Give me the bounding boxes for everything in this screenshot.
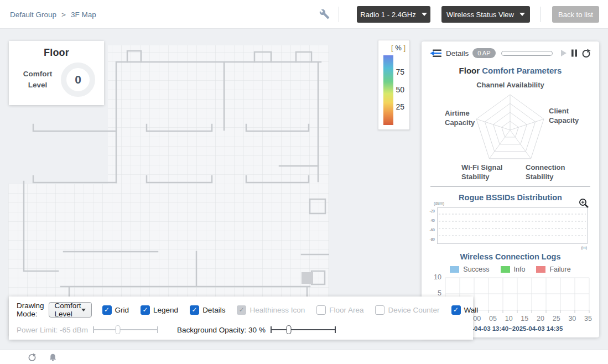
rogue-y-tick-label: -40 bbox=[430, 219, 435, 222]
radar-axis-airtime-capacity: Airtime Capacity bbox=[445, 109, 488, 128]
playback-progress-bar[interactable] bbox=[501, 51, 553, 56]
drawing-toolbar: Drawing Mode: Comfort Level Grid Legend bbox=[9, 297, 473, 340]
checkbox-label: Wall bbox=[464, 306, 479, 314]
details-label: Details bbox=[446, 49, 469, 58]
legend-label: Failure bbox=[549, 266, 570, 273]
legend-swatch bbox=[536, 266, 545, 273]
scale-tick-label: 75 bbox=[396, 67, 404, 76]
checkbox-label: Device Counter bbox=[388, 306, 439, 314]
checkbox-label: Floor Area bbox=[329, 306, 363, 314]
refresh-icon[interactable] bbox=[28, 353, 37, 362]
scale-tick-label: 25 bbox=[396, 102, 404, 111]
details-panel-header: Details 0 AP bbox=[422, 48, 599, 58]
topbar-divider bbox=[540, 7, 541, 22]
wrench-icon[interactable] bbox=[319, 9, 330, 22]
comfort-parameters-title: Floor Comfort Parameters bbox=[422, 66, 599, 75]
view-select[interactable]: Wireless Status View bbox=[441, 6, 530, 23]
dropdown-arrow-icon bbox=[519, 13, 525, 16]
breadcrumb-separator: > bbox=[61, 11, 66, 19]
radar-axis-connection-stability: Connection Stability bbox=[526, 163, 589, 182]
pause-icon[interactable] bbox=[571, 49, 578, 57]
checkbox-label: Grid bbox=[115, 306, 129, 314]
rogue-bssids-chart bbox=[437, 207, 588, 244]
background-opacity-label: Background Opacity: 30 % bbox=[177, 326, 266, 334]
topbar-divider bbox=[339, 7, 339, 22]
map-marker-cell[interactable] bbox=[302, 272, 313, 284]
back-to-list-button[interactable]: Back to list bbox=[552, 6, 599, 23]
replay-icon[interactable] bbox=[581, 49, 591, 58]
comfort-level-gauge: 0 bbox=[61, 63, 95, 97]
scale-tick-label: 50 bbox=[396, 85, 404, 94]
checkbox-icon bbox=[141, 305, 150, 315]
logs-x-tick-label: 35 bbox=[584, 315, 592, 323]
logs-legend: Success Info Failure bbox=[422, 266, 599, 273]
drawing-mode-label: Drawing Mode: bbox=[17, 301, 44, 318]
power-limit-thumb[interactable] bbox=[115, 325, 120, 334]
comfort-level-label: Comfort Level bbox=[18, 69, 58, 90]
bell-icon[interactable] bbox=[49, 353, 57, 362]
display-option-checkbox[interactable]: Wall bbox=[451, 305, 479, 315]
logs-y-tick-5: 5 bbox=[425, 289, 441, 297]
rogue-y-tick-label: -20 bbox=[430, 209, 435, 213]
display-option-checkbox[interactable]: Healthiness Icon bbox=[237, 305, 305, 315]
checkbox-icon bbox=[451, 305, 461, 315]
radio-select[interactable]: Radio 1 - 2.4GHz bbox=[357, 6, 430, 23]
logs-x-tick-label: 15 bbox=[521, 315, 528, 323]
collapse-arrow-icon[interactable] bbox=[430, 49, 442, 58]
logs-x-tick-label: 25 bbox=[553, 315, 560, 323]
checkbox-label: Healthiness Icon bbox=[250, 306, 305, 314]
color-gradient-bar bbox=[383, 55, 393, 125]
drawing-mode-value: Comfort Level bbox=[55, 301, 81, 318]
radar-axis-wifi-signal-stability: Wi-Fi Signal Stability bbox=[461, 163, 525, 182]
display-option-checkbox[interactable]: Details bbox=[190, 305, 225, 315]
play-icon[interactable] bbox=[560, 49, 567, 57]
opacity-thumb[interactable] bbox=[286, 325, 291, 334]
legend-label: Info bbox=[514, 266, 526, 273]
logs-x-tick-label: 00 bbox=[473, 315, 481, 323]
ap-count-badge: 0 AP bbox=[472, 48, 495, 58]
bottom-status-bar bbox=[0, 350, 608, 364]
rogue-bssids-title: Rogue BSSIDs Distribution bbox=[422, 193, 599, 202]
background-opacity-slider[interactable] bbox=[271, 324, 336, 335]
page: Default Group > 3F Map Radio 1 - 2.4GHz … bbox=[0, 0, 608, 364]
rogue-y-tick-label: -80 bbox=[430, 237, 435, 241]
floor-comfort-card: Floor Comfort Level 0 bbox=[9, 41, 104, 105]
power-limit-label: Power Limit: -65 dBm bbox=[17, 326, 88, 334]
power-limit-slider[interactable] bbox=[93, 324, 158, 335]
scale-unit-label: [ % ] bbox=[391, 44, 406, 52]
top-bar: Default Group > 3F Map Radio 1 - 2.4GHz … bbox=[0, 0, 608, 29]
rogue-y-ticks: -20-40-60-80 bbox=[426, 209, 435, 241]
legend-swatch bbox=[450, 266, 459, 273]
logs-x-tick-label: 30 bbox=[568, 315, 576, 323]
rogue-y-axis-unit: (dBm) bbox=[434, 201, 444, 205]
logs-x-tick-label: 20 bbox=[537, 315, 544, 323]
display-option-checkbox[interactable]: Device Counter bbox=[375, 305, 439, 315]
wireless-logs-title: Wireless Connection Logs bbox=[422, 252, 599, 261]
logs-x-tick-label: 10 bbox=[505, 315, 513, 323]
rogue-y-tick-label: -60 bbox=[430, 228, 435, 232]
display-option-checkbox[interactable]: Legend bbox=[141, 305, 178, 315]
radar-axis-client-capacity: Client Capacity bbox=[549, 107, 595, 126]
checkbox-icon bbox=[102, 305, 112, 315]
checkbox-icon bbox=[316, 305, 326, 315]
breadcrumb-page: 3F Map bbox=[71, 11, 96, 19]
breadcrumb: Default Group > 3F Map bbox=[10, 0, 96, 29]
color-scale-legend: [ % ] 755025 bbox=[378, 40, 410, 130]
view-select-value: Wireless Status View bbox=[446, 11, 514, 19]
drawing-mode-select[interactable]: Comfort Level bbox=[49, 302, 92, 318]
checkbox-label: Details bbox=[202, 306, 225, 314]
floor-card-title: Floor bbox=[9, 47, 104, 59]
display-option-checkbox[interactable]: Grid bbox=[102, 305, 129, 315]
checkbox-icon bbox=[375, 305, 384, 315]
dropdown-arrow-icon bbox=[422, 13, 427, 16]
breadcrumb-group[interactable]: Default Group bbox=[10, 11, 56, 19]
display-option-checkbox[interactable]: Floor Area bbox=[316, 305, 363, 315]
panel-divider bbox=[430, 186, 590, 187]
chevron-down-icon bbox=[81, 309, 86, 311]
legend-item: Info bbox=[501, 266, 526, 273]
checkbox-label: Legend bbox=[153, 306, 178, 314]
checkbox-icon bbox=[190, 305, 199, 315]
comfort-level-value: 0 bbox=[75, 73, 81, 86]
logs-y-tick-10: 10 bbox=[425, 273, 441, 281]
checkbox-icon bbox=[237, 305, 246, 315]
